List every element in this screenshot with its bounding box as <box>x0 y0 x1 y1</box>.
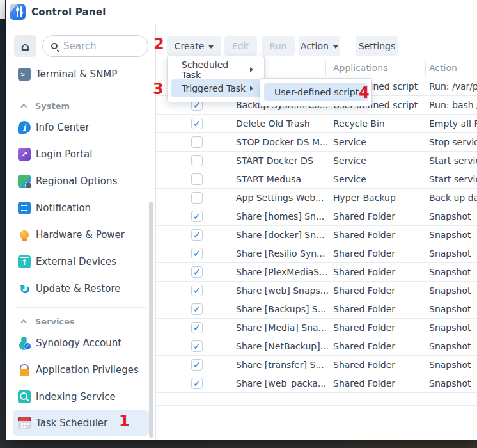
checkbox-checked[interactable] <box>191 322 203 333</box>
checkbox-checked[interactable] <box>191 285 203 296</box>
cell-application: Shared Folder <box>333 341 426 351</box>
checkbox-unchecked[interactable] <box>191 136 203 148</box>
checkbox-checked[interactable] <box>191 303 203 315</box>
sidebar-item-external-devices[interactable]: External Devices <box>6 248 153 275</box>
cell-application: Shared Folder <box>333 211 426 221</box>
create-button[interactable]: Create <box>167 36 221 56</box>
checkbox-unchecked[interactable] <box>191 192 203 204</box>
menu-item-scheduled-task[interactable]: Scheduled Task <box>171 61 260 79</box>
caret-down-icon <box>333 45 338 49</box>
sidebar-item-label: Notification <box>36 202 91 214</box>
home-button[interactable]: ⌂ <box>14 35 36 57</box>
table-row[interactable]: Delete Old TrashRecycle BinEmpty all R <box>156 115 477 133</box>
table-row[interactable]: Share [Backups] S...Shared FolderSnapsho… <box>156 300 477 319</box>
button-label: Create <box>175 41 205 51</box>
table-row[interactable]: Share [Media] Sna...Shared FolderSnapsho… <box>156 319 477 337</box>
table-row[interactable]: Share [Resilio Syn...Shared FolderSnapsh… <box>156 244 477 263</box>
annotation-step-2: 2 <box>153 36 164 52</box>
table-row[interactable]: START MedusaServiceStart servic <box>156 170 477 189</box>
table-row[interactable]: Share [web_packa...Shared FolderSnapshot <box>156 374 477 393</box>
search-icon <box>51 43 58 49</box>
settings-button[interactable]: Settings <box>356 36 398 56</box>
table-row[interactable]: App Settings Web...Hyper BackupBack up d… <box>156 189 477 207</box>
checkbox-checked[interactable] <box>191 118 203 129</box>
button-label: Settings <box>359 41 395 51</box>
sidebar-item-notification[interactable]: Notification <box>6 195 153 221</box>
table-row[interactable]: STOP Docker DS M...ServiceStop servic <box>156 133 477 152</box>
menu-item-triggered-task[interactable]: Triggered Task <box>171 79 260 97</box>
background-window-sliver <box>0 0 5 19</box>
sidebar-item-regional-options[interactable]: Regional Options <box>6 168 153 195</box>
column-header-applications[interactable]: Applications <box>333 63 388 73</box>
application-privileges-icon <box>18 364 31 376</box>
task-scheduler-panel: CreateEditRunActionSettings Applications… <box>156 24 477 440</box>
sidebar-item-info-center[interactable]: Info Center <box>6 114 153 141</box>
cell-action: Run: /var/p <box>429 81 477 92</box>
sidebar-item-application-privileges[interactable]: Application Privileges <box>6 356 153 383</box>
section-header-services[interactable]: Services <box>6 313 155 330</box>
button-label: Action <box>301 41 329 51</box>
checkbox-checked[interactable] <box>191 340 203 352</box>
annotation-step-3: 3 <box>153 81 164 97</box>
sidebar-item-label: Info Center <box>36 122 90 133</box>
section-label: Services <box>35 317 75 326</box>
cell-task-name: START Medusa <box>236 174 332 184</box>
cell-task-name: App Settings Web... <box>236 193 332 203</box>
checkbox-checked[interactable] <box>191 229 203 241</box>
table-row[interactable]: Share [PlexMediaS...Shared FolderSnapsho… <box>156 263 477 282</box>
login-portal-icon <box>18 148 31 161</box>
sidebar-item-label: Synology Account <box>36 337 121 349</box>
table-row[interactable]: START Docker DSServiceStart servic <box>156 152 477 170</box>
cell-action: Snapshot <box>429 267 477 277</box>
checkbox-checked[interactable] <box>191 211 203 222</box>
chevron-up-icon <box>20 103 27 109</box>
external-devices-icon <box>18 255 31 268</box>
sidebar-item-login-portal[interactable]: Login Portal <box>6 141 153 168</box>
sidebar-divider <box>15 92 146 92</box>
sidebar-scrollbar[interactable] <box>149 202 153 438</box>
cell-task-name: Share [web_packa... <box>236 378 332 388</box>
table-row[interactable]: Share [transfer] S...Shared FolderSnapsh… <box>156 356 477 374</box>
table-row[interactable]: Share [web] Snaps...Shared FolderSnapsho… <box>156 282 477 300</box>
sidebar-item-synology-account[interactable]: Synology Account <box>6 330 153 356</box>
grid-line <box>156 405 477 406</box>
edit-button[interactable]: Edit <box>224 36 257 56</box>
checkbox-unchecked[interactable] <box>191 155 203 166</box>
sidebar-item-update-restore[interactable]: Update & Restore <box>6 275 153 302</box>
cell-application: Hyper Backup <box>333 193 426 203</box>
cell-task-name: Delete Old Trash <box>236 118 332 129</box>
column-header-action[interactable]: Action <box>429 63 457 73</box>
cell-application: Shared Folder <box>333 230 426 240</box>
annotation-step-4: 4 <box>359 85 370 100</box>
table-row[interactable]: Share [homes] Sn...Shared FolderSnapshot <box>156 207 477 226</box>
cell-task-name: Share [web] Snaps... <box>236 285 332 296</box>
menu-item-label: Scheduled Task <box>182 60 250 80</box>
checkbox-checked[interactable] <box>191 359 203 371</box>
chevron-up-icon <box>20 319 27 325</box>
cell-application: Shared Folder <box>333 267 426 277</box>
menu-item-label: Triggered Task <box>182 83 246 93</box>
create-dropdown-menu: Scheduled TaskTriggered Task <box>167 56 265 102</box>
checkbox-checked[interactable] <box>191 248 203 259</box>
control-panel-window: Control Panel ⌂ Search Terminal & SNMPSy… <box>6 0 477 440</box>
caret-down-icon <box>208 45 214 49</box>
action-button[interactable]: Action <box>299 36 340 56</box>
search-input[interactable]: Search <box>42 35 148 57</box>
menu-item-user-defined-script[interactable]: User-defined script <box>264 83 368 101</box>
cell-application: Shared Folder <box>333 323 426 333</box>
cell-action: Snapshot <box>429 285 477 296</box>
sidebar-item-label: External Devices <box>36 256 116 268</box>
run-button[interactable]: Run <box>262 36 295 56</box>
submenu-arrow-icon <box>250 67 253 72</box>
table-row[interactable]: Share [NetBackup]...Shared FolderSnapsho… <box>156 337 477 356</box>
toolbar: CreateEditRunActionSettings <box>167 36 398 56</box>
cell-action: Snapshot <box>429 230 477 240</box>
checkbox-checked[interactable] <box>191 378 203 389</box>
sidebar-item-terminal-snmp[interactable]: Terminal & SNMP <box>6 62 153 86</box>
table-row[interactable]: Share [docker] Sn...Shared FolderSnapsho… <box>156 226 477 244</box>
sidebar-item-indexing-service[interactable]: Indexing Service <box>6 383 153 410</box>
checkbox-unchecked[interactable] <box>191 173 203 185</box>
checkbox-checked[interactable] <box>191 266 203 278</box>
sidebar-item-hardware-power[interactable]: Hardware & Power <box>6 221 153 248</box>
section-header-system[interactable]: System <box>6 97 155 114</box>
